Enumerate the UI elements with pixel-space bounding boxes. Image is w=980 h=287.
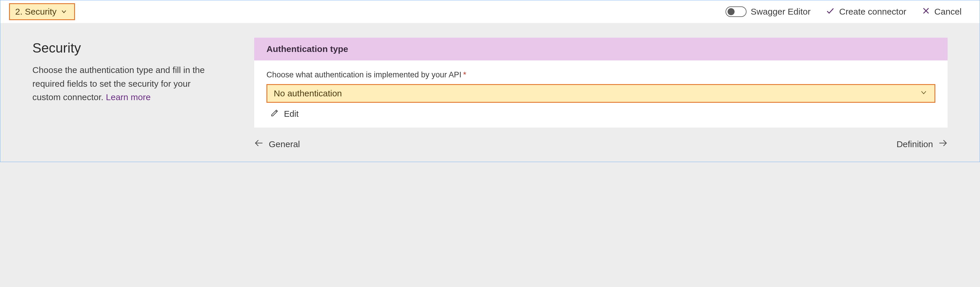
- nav-prev-button[interactable]: General: [254, 138, 300, 150]
- chevron-down-icon: [920, 88, 928, 98]
- page-title: Security: [32, 40, 219, 56]
- learn-more-link[interactable]: Learn more: [106, 92, 151, 102]
- left-panel: Security Choose the authentication type …: [32, 38, 219, 104]
- page-description: Choose the authentication type and fill …: [32, 63, 219, 104]
- auth-type-select[interactable]: No authentication: [266, 84, 935, 103]
- swagger-editor-label: Swagger Editor: [751, 7, 810, 17]
- cancel-label: Cancel: [934, 7, 962, 17]
- arrow-right-icon: [938, 138, 948, 150]
- required-star: *: [463, 70, 466, 79]
- nav-next-button[interactable]: Definition: [897, 138, 948, 150]
- create-connector-button[interactable]: Create connector: [818, 6, 914, 18]
- pencil-icon: [270, 108, 279, 120]
- nav-next-label: Definition: [897, 139, 933, 149]
- auth-field-label: Choose what authentication is implemente…: [266, 70, 935, 80]
- create-connector-label: Create connector: [839, 7, 906, 17]
- auth-type-selected-value: No authentication: [274, 88, 342, 98]
- wizard-nav: General Definition: [254, 138, 948, 150]
- card-header: Authentication type: [254, 38, 948, 61]
- edit-label: Edit: [284, 109, 299, 119]
- nav-prev-label: General: [269, 139, 300, 149]
- auth-field-label-text: Choose what authentication is implemente…: [266, 70, 461, 79]
- swagger-editor-toggle[interactable]: Swagger Editor: [718, 6, 818, 17]
- close-icon: [922, 6, 931, 17]
- top-bar: 2. Security Swagger Editor Create connec…: [0, 0, 980, 23]
- chevron-down-icon: [61, 8, 67, 15]
- cancel-button[interactable]: Cancel: [914, 6, 969, 17]
- toggle-icon: [725, 6, 746, 17]
- step-dropdown-label: 2. Security: [15, 7, 57, 17]
- edit-button[interactable]: Edit: [266, 108, 935, 120]
- arrow-left-icon: [254, 138, 264, 150]
- check-icon: [826, 6, 835, 18]
- auth-type-card: Authentication type Choose what authenti…: [254, 38, 948, 128]
- svg-line-2: [276, 111, 277, 112]
- step-dropdown[interactable]: 2. Security: [9, 3, 75, 20]
